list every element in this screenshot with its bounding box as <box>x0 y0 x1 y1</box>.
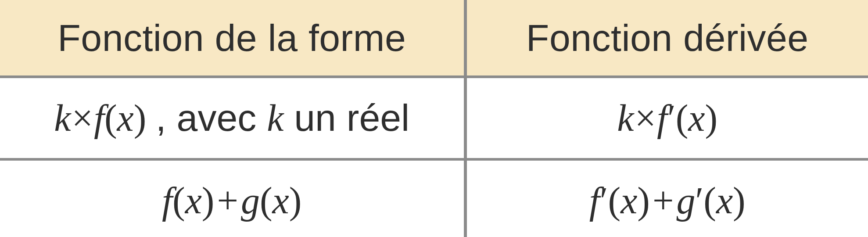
prime-mark: ′ <box>600 180 608 222</box>
op-times: × <box>71 97 94 139</box>
var-x: x <box>688 97 705 139</box>
cell-form-kfx: k×f(x) , avec k un réel <box>0 77 465 159</box>
text-avec: , avec <box>156 97 267 139</box>
paren-open: ( <box>676 97 689 139</box>
text-un-reel: un réel <box>283 97 409 139</box>
paren-close: ) <box>637 180 650 222</box>
var-k: k <box>54 97 71 139</box>
table-row: f(x)+g(x) f′(x)+g′(x) <box>0 159 868 237</box>
paren-open: ( <box>260 180 273 222</box>
var-x: x <box>621 180 637 222</box>
math-expr: k×f′(x) <box>617 97 717 139</box>
cell-form-f-plus-g: f(x)+g(x) <box>0 159 465 237</box>
table-row: k×f(x) , avec k un réel k×f′(x) <box>0 77 868 159</box>
var-x: x <box>185 180 202 222</box>
paren-close: ) <box>733 180 746 222</box>
math-expr: f′(x)+g′(x) <box>589 180 746 222</box>
paren-open: ( <box>608 180 621 222</box>
derivative-rules-table: Fonction de la forme Fonction dérivée k×… <box>0 0 868 237</box>
op-plus: + <box>650 180 677 222</box>
fn-f: f <box>94 97 104 139</box>
var-k: k <box>617 97 634 139</box>
op-times: × <box>634 97 657 139</box>
paren-close: ) <box>289 180 302 222</box>
paren-close: ) <box>202 180 215 222</box>
var-x: x <box>716 180 733 222</box>
math-expr: k×f(x) <box>54 97 156 139</box>
fn-f: f <box>162 180 172 222</box>
table-header-row: Fonction de la forme Fonction dérivée <box>0 0 868 77</box>
prime-mark: ′ <box>667 97 676 139</box>
op-plus: + <box>214 180 241 222</box>
fn-g: g <box>241 180 260 222</box>
var-x: x <box>273 180 289 222</box>
fn-g: g <box>676 180 695 222</box>
paren-open: ( <box>104 97 117 139</box>
header-derivative: Fonction dérivée <box>465 0 868 77</box>
paren-close: ) <box>134 97 147 139</box>
var-k: k <box>267 97 283 139</box>
cell-deriv-kfprimex: k×f′(x) <box>465 77 868 159</box>
var-x: x <box>117 97 134 139</box>
fn-f: f <box>589 180 600 222</box>
prime-mark: ′ <box>695 180 703 222</box>
fn-f: f <box>657 97 667 139</box>
header-function-form: Fonction de la forme <box>0 0 465 77</box>
math-expr: f(x)+g(x) <box>162 180 301 222</box>
paren-open: ( <box>703 180 716 222</box>
paren-open: ( <box>172 180 185 222</box>
cell-deriv-fprime-plus-gprime: f′(x)+g′(x) <box>465 159 868 237</box>
paren-close: ) <box>705 97 718 139</box>
